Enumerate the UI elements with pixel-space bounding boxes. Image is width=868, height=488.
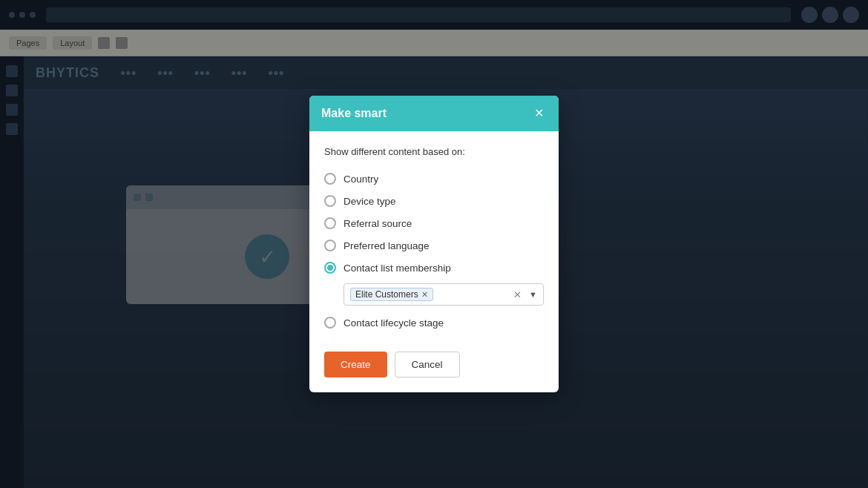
modal-title: Make smart: [321, 107, 387, 120]
radio-item-preferred-language[interactable]: Preferred language: [324, 234, 544, 257]
create-button[interactable]: Create: [324, 352, 387, 377]
radio-label-lifecycle-stage: Contact lifecycle stage: [343, 317, 444, 329]
radio-label-preferred-language: Preferred language: [343, 240, 430, 251]
modal-subtitle: Show different content based on:: [324, 146, 544, 157]
dropdown-arrow-icon[interactable]: ▼: [529, 290, 537, 299]
contact-list-dropdown[interactable]: Elite Customers ✕ ✕ ▼: [343, 283, 544, 306]
modal-header: Make smart ✕: [309, 96, 559, 131]
radio-lifecycle-stage[interactable]: [324, 317, 336, 329]
radio-item-referral-source[interactable]: Referral source: [324, 212, 544, 234]
radio-label-device-type: Device type: [343, 196, 396, 207]
radio-label-referral-source: Referral source: [343, 218, 412, 229]
radio-label-contact-list: Contact list membership: [343, 263, 451, 274]
dropdown-tag-elite-customers: Elite Customers ✕: [350, 288, 433, 301]
radio-referral-source[interactable]: [324, 217, 336, 229]
radio-item-contact-list[interactable]: Contact list membership: [324, 257, 544, 279]
contact-list-dropdown-container: Elite Customers ✕ ✕ ▼: [343, 283, 544, 306]
radio-item-device-type[interactable]: Device type: [324, 190, 544, 212]
modal-footer: Create Cancel: [309, 346, 559, 392]
dropdown-tag-close-icon[interactable]: ✕: [421, 291, 428, 299]
radio-item-lifecycle-stage[interactable]: Contact lifecycle stage: [324, 311, 544, 334]
radio-device-type[interactable]: [324, 195, 336, 207]
cancel-button[interactable]: Cancel: [395, 352, 460, 377]
modal-body: Show different content based on: Country…: [309, 131, 559, 346]
dropdown-clear-icon[interactable]: ✕: [513, 289, 522, 300]
radio-contact-list[interactable]: [324, 262, 336, 274]
make-smart-modal: Make smart ✕ Show different content base…: [309, 96, 559, 392]
radio-country[interactable]: [324, 173, 336, 185]
options-radio-group: Country Device type Referral source Pref…: [324, 168, 544, 334]
radio-item-country[interactable]: Country: [324, 168, 544, 190]
radio-preferred-language[interactable]: [324, 240, 336, 251]
radio-label-country: Country: [343, 174, 378, 185]
dropdown-tag-label: Elite Customers: [355, 289, 418, 300]
modal-close-button[interactable]: ✕: [531, 106, 547, 121]
